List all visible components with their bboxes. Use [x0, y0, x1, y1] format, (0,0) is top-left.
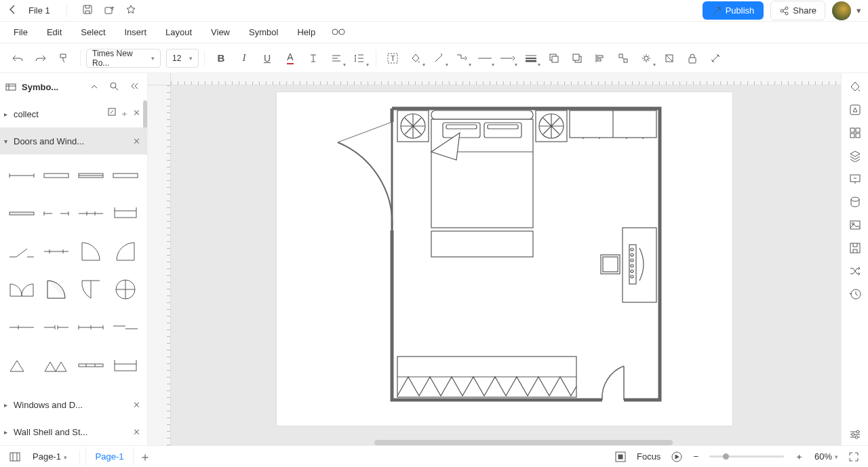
share-button[interactable]: Share — [770, 1, 825, 20]
save-icon[interactable] — [77, 1, 98, 20]
fill-paint-icon[interactable] — [844, 76, 866, 98]
redo-button[interactable] — [30, 47, 52, 69]
zoom-level[interactable]: 60% ▾ — [809, 449, 844, 464]
presentation-icon[interactable] — [844, 168, 866, 190]
focus-label[interactable]: Focus — [631, 449, 666, 464]
send-back-button[interactable] — [543, 47, 565, 69]
symbol-opening-1[interactable] — [7, 199, 36, 228]
fill-button[interactable] — [405, 47, 427, 69]
close-icon[interactable]: ✕ — [133, 136, 140, 146]
image-icon[interactable] — [844, 214, 866, 236]
zoom-out-button[interactable]: − — [688, 449, 704, 464]
effect-button[interactable] — [635, 47, 657, 69]
bold-button[interactable]: B — [210, 47, 232, 69]
symbol-wall-2[interactable] — [41, 161, 71, 190]
align-objects-button[interactable] — [589, 47, 611, 69]
text-highlight-button[interactable] — [302, 47, 324, 69]
section-collect[interactable]: ▸ collect ＋ ✕ — [0, 100, 147, 127]
edit-icon[interactable] — [108, 108, 116, 120]
history-icon[interactable] — [844, 283, 866, 305]
symbol-wall-1[interactable] — [7, 161, 36, 190]
fullscreen-button[interactable] — [844, 449, 864, 464]
menu-insert[interactable]: Insert — [115, 23, 157, 41]
settings-toggle-icon[interactable] — [844, 424, 866, 445]
symbol-door-1[interactable] — [7, 237, 36, 266]
page-tab-1[interactable]: Page-1 — [85, 447, 134, 466]
data-icon[interactable] — [844, 191, 866, 213]
symbol-door-arc-2[interactable] — [111, 237, 140, 266]
section-doors-windows[interactable]: ▾ Doors and Wind... ✕ — [0, 127, 147, 155]
symbol-door-arc-4[interactable] — [77, 275, 106, 304]
crop-button[interactable] — [658, 47, 680, 69]
collapse-left-icon[interactable] — [127, 79, 142, 95]
line-spacing-button[interactable] — [349, 47, 370, 69]
distribute-button[interactable] — [612, 47, 634, 69]
font-size-selector[interactable]: 12▾ — [166, 49, 199, 68]
focus-icon[interactable] — [610, 449, 631, 465]
search-icon[interactable] — [106, 79, 121, 96]
account-menu-caret[interactable]: ▾ — [854, 3, 864, 18]
menu-edit[interactable]: Edit — [37, 23, 71, 41]
close-icon[interactable]: ✕ — [133, 108, 140, 120]
undo-button[interactable] — [7, 47, 28, 69]
menu-select[interactable]: Select — [71, 23, 115, 41]
symbol-door-arc-3[interactable] — [41, 275, 71, 304]
back-button[interactable] — [4, 2, 22, 19]
page-layout-icon[interactable] — [4, 449, 26, 464]
text-tool-button[interactable]: T — [382, 47, 403, 69]
symbol-door-arc-1[interactable] — [77, 237, 106, 266]
star-icon[interactable] — [120, 1, 142, 20]
align-button[interactable] — [326, 47, 347, 69]
connector-button[interactable] — [451, 47, 473, 69]
shuffle-icon[interactable] — [844, 260, 866, 282]
close-icon[interactable]: ✕ — [133, 400, 140, 410]
symbol-track-1[interactable] — [77, 351, 106, 380]
symbol-sliding-3[interactable] — [77, 313, 106, 342]
font-selector[interactable]: Times New Ro...▾ — [86, 49, 161, 68]
file-name[interactable]: File 1 — [22, 5, 57, 16]
menu-layout[interactable]: Layout — [156, 23, 201, 41]
symbol-door-2[interactable] — [41, 237, 71, 266]
play-button[interactable] — [666, 449, 688, 465]
font-color-button[interactable]: A — [279, 47, 301, 69]
section-wall-shell[interactable]: ▸ Wall Shell and St... ✕ — [0, 418, 147, 445]
symbol-sliding-1[interactable] — [7, 313, 36, 342]
vertical-ruler[interactable] — [148, 85, 171, 445]
arrow-style-button[interactable] — [497, 47, 519, 69]
symbol-bifold-2[interactable] — [41, 351, 71, 380]
export-icon[interactable] — [98, 1, 120, 20]
stage[interactable] — [171, 85, 841, 445]
tools-button[interactable] — [705, 47, 726, 69]
save-panel-icon[interactable] — [844, 237, 866, 259]
menu-view[interactable]: View — [201, 23, 239, 41]
symbol-opening-3[interactable] — [77, 199, 106, 228]
close-icon[interactable]: ✕ — [133, 427, 140, 437]
symbol-bifold-1[interactable] — [7, 351, 36, 380]
collapse-up-icon[interactable] — [87, 79, 101, 95]
add-icon[interactable]: ＋ — [120, 108, 129, 120]
lock-button[interactable] — [682, 47, 703, 69]
menu-help[interactable]: Help — [288, 23, 325, 41]
layers-icon[interactable] — [844, 145, 866, 167]
format-painter-button[interactable] — [53, 47, 75, 69]
publish-button[interactable]: Publish — [703, 1, 764, 20]
symbol-window-2[interactable] — [111, 351, 140, 380]
symbol-wall-4[interactable] — [111, 161, 140, 190]
underline-button[interactable]: U — [256, 47, 278, 69]
line-weight-button[interactable] — [520, 47, 542, 69]
page-canvas[interactable] — [277, 92, 732, 426]
line-style-button[interactable] — [474, 47, 496, 69]
symbol-window-1[interactable] — [111, 199, 140, 228]
review-icon[interactable] — [325, 22, 352, 42]
zoom-in-button[interactable]: ＋ — [789, 448, 809, 466]
symbol-sliding-4[interactable] — [111, 313, 140, 342]
horizontal-ruler[interactable] — [171, 73, 841, 85]
avatar[interactable] — [832, 1, 851, 20]
floorplan-drawing[interactable] — [277, 92, 732, 426]
bring-front-button[interactable] — [566, 47, 588, 69]
zoom-slider[interactable] — [709, 455, 784, 458]
menu-file[interactable]: File — [4, 23, 37, 41]
add-page-button[interactable]: ＋ — [134, 446, 157, 468]
page-selector[interactable]: Page-1 ▾ — [26, 449, 74, 464]
section-windows-doors[interactable]: ▸ Windows and D... ✕ — [0, 391, 147, 418]
